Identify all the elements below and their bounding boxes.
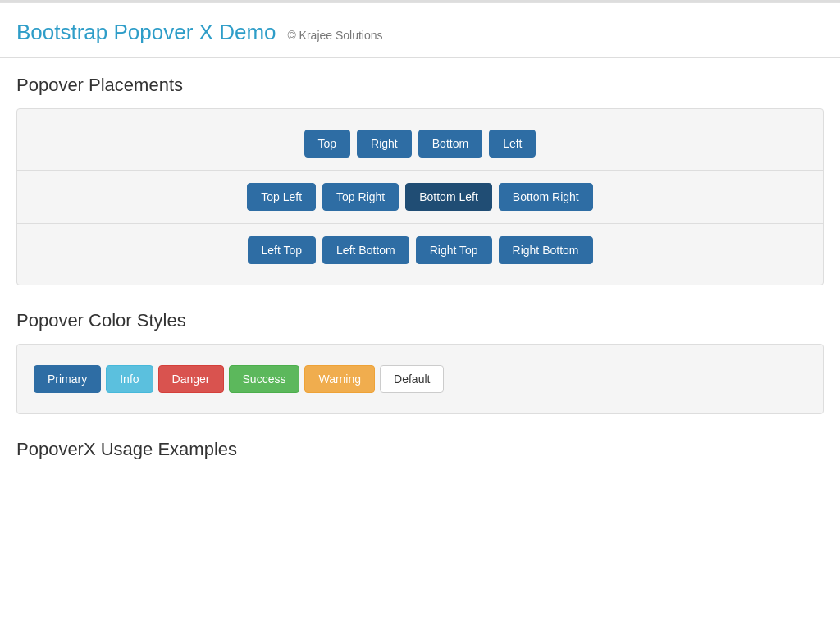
btn-color-danger[interactable]: Danger	[158, 365, 224, 393]
btn-left[interactable]: Left	[489, 130, 536, 158]
btn-left-bottom[interactable]: Left Bottom	[322, 236, 409, 264]
btn-left-top[interactable]: Left Top	[248, 236, 317, 264]
btn-top-left[interactable]: Top Left	[247, 183, 316, 211]
page-title: Bootstrap Popover X Demo	[16, 20, 276, 44]
btn-top[interactable]: Top	[304, 130, 351, 158]
row-divider-2	[17, 223, 823, 224]
copyright-text: © Krajee Solutions	[287, 29, 382, 42]
color-section-title: Popover Color Styles	[16, 310, 824, 331]
btn-right-bottom[interactable]: Right Bottom	[499, 236, 593, 264]
btn-bottom[interactable]: Bottom	[418, 130, 482, 158]
btn-color-primary[interactable]: Primary	[34, 365, 101, 393]
placements-panel: Top Right Bottom Left Top Left Top Right…	[16, 108, 824, 285]
btn-color-success[interactable]: Success	[229, 365, 300, 393]
btn-color-default[interactable]: Default	[380, 365, 444, 393]
placement-row-1: Top Right Bottom Left	[34, 130, 806, 158]
color-buttons-row: Primary Info Danger Success Warning Defa…	[34, 365, 806, 393]
btn-bottom-left[interactable]: Bottom Left	[405, 183, 492, 211]
btn-right-top[interactable]: Right Top	[416, 236, 492, 264]
btn-top-right[interactable]: Top Right	[322, 183, 399, 211]
main-content: Popover Placements Top Right Bottom Left…	[0, 58, 840, 489]
page-header: Bootstrap Popover X Demo © Krajee Soluti…	[0, 3, 840, 58]
placement-row-2: Top Left Top Right Bottom Left Bottom Ri…	[34, 183, 806, 211]
row-divider-1	[17, 170, 823, 171]
btn-right[interactable]: Right	[357, 130, 412, 158]
btn-color-info[interactable]: Info	[106, 365, 153, 393]
btn-bottom-right[interactable]: Bottom Right	[499, 183, 593, 211]
usage-section-title: PopoverX Usage Examples	[16, 439, 824, 460]
color-panel: Primary Info Danger Success Warning Defa…	[16, 344, 824, 414]
btn-color-warning[interactable]: Warning	[304, 365, 375, 393]
placement-row-3: Left Top Left Bottom Right Top Right Bot…	[34, 236, 806, 264]
placements-section-title: Popover Placements	[16, 75, 824, 96]
